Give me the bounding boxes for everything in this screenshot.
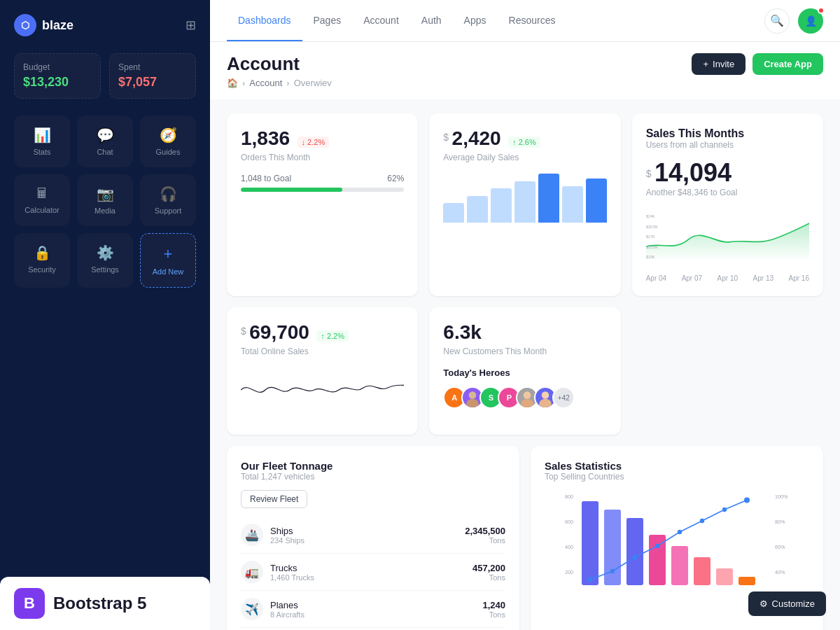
- svg-text:400: 400: [565, 544, 573, 550]
- fleet-sub: Total 1,247 vehicles: [241, 472, 505, 482]
- sidebar-item-settings[interactable]: ⚙️ Settings: [77, 233, 133, 288]
- budget-row: Budget $13,230 Spent $7,057: [14, 53, 196, 99]
- online-sales-row: $ 69,700 ↑ 2.2%: [241, 321, 404, 344]
- ships-icon: 🚢: [241, 524, 263, 546]
- svg-rect-23: [671, 546, 688, 585]
- sidebar-item-media[interactable]: 📷 Media: [77, 174, 133, 226]
- daily-sales-card: $ 2,420 ↑ 2.6% Average Daily Sales: [429, 113, 620, 296]
- chart-label-1: Apr 04: [646, 274, 666, 282]
- sidebar-item-stats[interactable]: 📊 Stats: [14, 115, 70, 167]
- search-icon: 🔍: [770, 14, 784, 27]
- sidebar-item-add-new[interactable]: + Add New: [140, 233, 196, 288]
- trucks-amount: 457,200 Tons: [472, 563, 505, 582]
- sales-month-card: Sales This Months Users from all channel…: [632, 113, 823, 296]
- sidebar-item-chat[interactable]: 💬 Chat: [77, 115, 133, 167]
- breadcrumb: 🏠 › Account › Overwiev: [227, 78, 332, 88]
- review-fleet-button[interactable]: Review Fleet: [241, 490, 307, 508]
- sales-stats-chart: 800 600 400 200 100% 80% 60% 40%: [545, 490, 809, 602]
- ships-unit: Tons: [465, 536, 505, 545]
- ships-amount: 2,345,500 Tons: [465, 526, 505, 545]
- svg-rect-19: [582, 501, 598, 585]
- online-sales-label: Total Online Sales: [241, 346, 404, 356]
- nav-dashboards[interactable]: Dashboards: [227, 1, 302, 41]
- svg-text:800: 800: [565, 493, 573, 500]
- ships-info: Ships 234 Ships: [270, 526, 304, 545]
- sidebar-item-support[interactable]: 🎧 Support: [140, 174, 196, 226]
- trucks-unit: Tons: [472, 573, 505, 582]
- security-label: Security: [28, 265, 56, 274]
- bar-5: [538, 174, 559, 223]
- online-sales-chart: [241, 362, 404, 418]
- sidebar-item-calculator[interactable]: 🖩 Calculator: [14, 174, 70, 226]
- trucks-icon: 🚛: [241, 561, 263, 583]
- orders-number-row: 1,836 ↓ 2.2%: [241, 127, 404, 150]
- svg-text:100%: 100%: [775, 493, 788, 500]
- daily-sales-label: Average Daily Sales: [443, 153, 606, 162]
- svg-point-33: [722, 507, 727, 512]
- online-dollar: $: [241, 326, 246, 337]
- nav-apps[interactable]: Apps: [453, 1, 498, 41]
- line-chart-wrap: $24K $20.5K $17K $13.5K $10K Apr 04 Apr …: [646, 206, 809, 282]
- invite-plus-icon: +: [703, 59, 708, 69]
- svg-point-27: [588, 578, 592, 582]
- stats-row-1: 1,836 ↓ 2.2% Orders This Month 1,048 to …: [227, 113, 823, 296]
- chart-label-3: Apr 10: [718, 274, 738, 282]
- goal-pct: 62%: [387, 174, 404, 183]
- planes-unit: Tons: [482, 610, 505, 619]
- nav-account[interactable]: Account: [352, 1, 410, 41]
- top-nav-right: 🔍 👤: [764, 8, 823, 34]
- sales-subtitle: Users from all channels: [646, 140, 809, 150]
- heroes-section: Today's Heroes A S P: [443, 368, 606, 409]
- nav-auth[interactable]: Auth: [410, 1, 453, 41]
- budget-label: Budget: [23, 62, 92, 72]
- planes-amount: 1,240 Tons: [482, 600, 505, 619]
- daily-sales-chart: [443, 174, 606, 223]
- create-app-button[interactable]: Create App: [752, 53, 823, 75]
- avatar-button[interactable]: 👤: [798, 8, 823, 34]
- guides-label: Guides: [156, 148, 181, 156]
- planes-info: Planes 8 Aircrafts: [270, 600, 304, 619]
- sales-dollar: $: [646, 168, 652, 179]
- orders-change: ↓ 2.2%: [298, 136, 330, 148]
- bootstrap-badge: B Bootstrap 5: [0, 577, 210, 630]
- svg-text:$10K: $10K: [646, 255, 655, 259]
- logo-icon: ⬡: [14, 14, 36, 36]
- stats-row-2: $ 69,700 ↑ 2.2% Total Online Sales 6.3k …: [227, 307, 823, 435]
- heroes-title: Today's Heroes: [443, 368, 606, 378]
- fleet-card: Our Fleet Tonnage Total 1,247 vehicles R…: [227, 446, 519, 630]
- chart-labels: Apr 04 Apr 07 Apr 10 Apr 13 Apr 16: [646, 274, 809, 282]
- svg-rect-25: [716, 568, 733, 585]
- svg-point-9: [542, 391, 550, 399]
- nav-resources[interactable]: Resources: [498, 1, 567, 41]
- new-customers-label: New Customers This Month: [443, 346, 606, 356]
- media-label: Media: [94, 206, 115, 215]
- search-button[interactable]: 🔍: [764, 8, 790, 34]
- svg-point-8: [522, 399, 534, 409]
- sidebar-logo: ⬡ blaze: [14, 14, 74, 36]
- support-icon: 🎧: [160, 186, 177, 202]
- planes-name: Planes: [270, 600, 304, 610]
- sales-number-row: $ 14,094: [646, 158, 809, 188]
- sales-stats-subtitle: Top Selling Countries: [545, 472, 809, 482]
- progress-row: 1,048 to Goal 62%: [241, 174, 404, 183]
- page-content: Account 🏠 › Account › Overwiev + Invite …: [210, 42, 840, 630]
- sales-big-number: 14,094: [654, 158, 732, 187]
- breadcrumb-home[interactable]: 🏠: [227, 78, 238, 88]
- nav-pages[interactable]: Pages: [302, 1, 353, 41]
- support-label: Support: [155, 206, 182, 215]
- planes-sub: 8 Aircrafts: [270, 610, 304, 619]
- online-sales-card: $ 69,700 ↑ 2.2% Total Online Sales: [227, 307, 418, 435]
- bar-6: [562, 186, 583, 223]
- sidebar-item-security[interactable]: 🔒 Security: [14, 233, 70, 288]
- invite-button[interactable]: + Invite: [692, 53, 746, 75]
- menu-icon[interactable]: ⊞: [186, 18, 196, 33]
- guides-icon: 🧭: [160, 127, 177, 144]
- svg-point-28: [610, 569, 615, 573]
- page-header: Account 🏠 › Account › Overwiev + Invite …: [210, 42, 840, 99]
- breadcrumb-account[interactable]: Account: [249, 78, 282, 88]
- customize-button[interactable]: ⚙ Customize: [748, 592, 826, 616]
- add-new-icon: +: [164, 245, 173, 263]
- notification-badge: [818, 7, 825, 14]
- sales-goal: Another $48,346 to Goal: [646, 188, 809, 197]
- sidebar-item-guides[interactable]: 🧭 Guides: [140, 115, 196, 167]
